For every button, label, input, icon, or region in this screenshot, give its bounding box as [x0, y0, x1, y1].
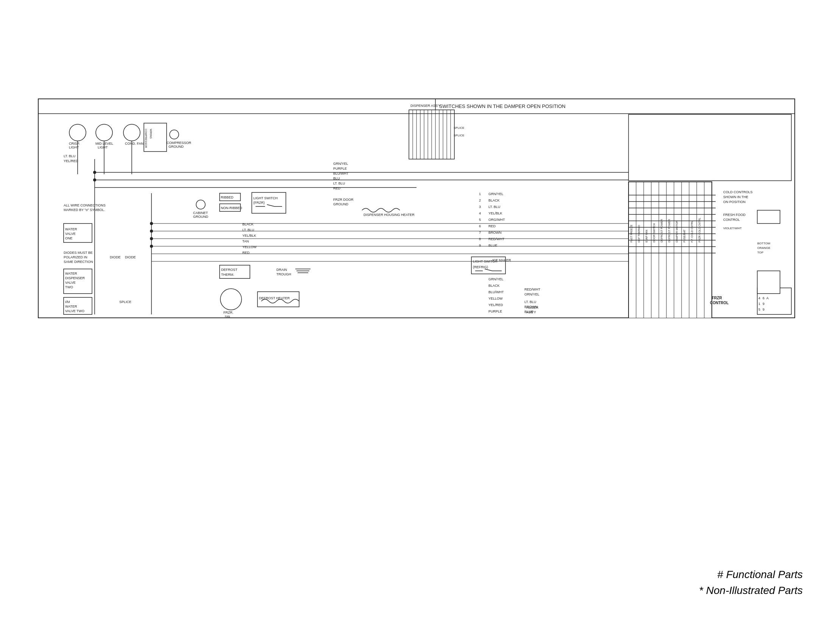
svg-text:BLACK: BLACK [489, 198, 500, 202]
svg-point-17 [96, 124, 113, 141]
svg-text:ON POSITION: ON POSITION [723, 200, 746, 204]
svg-text:THERM.: THERM. [221, 273, 234, 277]
svg-rect-192 [757, 271, 780, 294]
svg-point-204 [150, 222, 153, 225]
svg-text:TOP: TOP [757, 251, 763, 254]
svg-text:DISPENSER ASS'Y: DISPENSER ASS'Y [410, 104, 441, 108]
svg-text:TAN: TAN [242, 240, 249, 243]
svg-text:4: 4 [758, 296, 760, 300]
svg-text:COND. FAN: COND. FAN [125, 142, 143, 145]
svg-text:ASS'Y: ASS'Y [526, 310, 536, 314]
svg-point-76 [220, 289, 241, 310]
svg-point-14 [69, 124, 86, 141]
svg-text:ORG/WHT: ORG/WHT [489, 218, 505, 222]
svg-text:DAMPER MOTOR: DAMPER MOTOR [675, 221, 678, 242]
svg-text:FRZR: FRZR [712, 296, 722, 300]
svg-text:YEL/BLK: YEL/BLK [242, 234, 256, 238]
svg-text:GRN/YEL: GRN/YEL [489, 277, 503, 281]
svg-text:A: A [766, 296, 769, 300]
svg-text:FRESH FOOD: FRESH FOOD [723, 213, 746, 217]
svg-text:YELLOW: YELLOW [489, 296, 503, 300]
svg-text:6: 6 [479, 224, 481, 228]
svg-text:GRN/YEL: GRN/YEL [333, 162, 348, 166]
svg-text:GROUND: GROUND [333, 202, 348, 206]
svg-text:FAN: FAN [225, 315, 230, 318]
svg-text:6: 6 [762, 296, 764, 300]
svg-point-30 [170, 130, 179, 139]
svg-text:YELLOW: YELLOW [242, 245, 257, 249]
svg-text:BLU/WHT: BLU/WHT [489, 290, 504, 294]
svg-text:WATER: WATER [65, 272, 77, 275]
svg-text:3: 3 [479, 205, 481, 209]
svg-text:WATER: WATER [65, 304, 77, 308]
svg-text:ONE: ONE [65, 237, 73, 240]
svg-text:EVAP FAN: EVAP FAN [645, 230, 648, 242]
svg-text:RIBBED: RIBBED [221, 195, 234, 199]
svg-text:5: 5 [479, 218, 481, 222]
svg-text:DEFROST: DEFROST [221, 268, 238, 272]
svg-text:LIGHT SWITCH: LIGHT SWITCH [253, 196, 278, 200]
svg-text:LT. BLU: LT. BLU [524, 300, 536, 304]
svg-text:DIODES MUST BE: DIODES MUST BE [64, 251, 93, 254]
svg-text:9: 9 [762, 308, 764, 311]
svg-rect-221 [629, 114, 791, 181]
svg-text:SPLICE: SPLICE [453, 126, 464, 130]
svg-point-20 [124, 124, 140, 141]
svg-text:SWITCHES SHOWN IN THE DAMPER O: SWITCHES SHOWN IN THE DAMPER OPEN POSITI… [439, 103, 565, 109]
svg-text:POLARIZED IN: POLARIZED IN [64, 255, 87, 259]
svg-text:LT. BLU: LT. BLU [64, 154, 76, 158]
svg-text:MARKED BY "o" SYMBOL.: MARKED BY "o" SYMBOL. [64, 208, 105, 212]
svg-point-33 [196, 200, 205, 209]
svg-point-207 [150, 245, 153, 248]
svg-text:VIOLET/WHT: VIOLET/WHT [723, 227, 742, 230]
svg-text:VALVE: VALVE [65, 281, 76, 285]
svg-text:YEL/BLK: YEL/BLK [489, 211, 502, 215]
svg-text:CONTROL: CONTROL [710, 301, 728, 305]
svg-text:PURPLE: PURPLE [489, 309, 502, 313]
svg-text:DISPENSER: DISPENSER [65, 276, 85, 280]
svg-text:SPLICE: SPLICE [119, 300, 131, 304]
svg-text:NON-RIBBED: NON-RIBBED [221, 206, 242, 210]
svg-text:BLUE: BLUE [489, 243, 497, 247]
svg-text:ORN/YEL: ORN/YEL [524, 293, 540, 296]
svg-text:FRZR DOOR: FRZR DOOR [333, 198, 354, 201]
svg-point-209 [93, 179, 96, 182]
svg-text:COLD CONTROLS: COLD CONTROLS [723, 190, 753, 194]
svg-text:DEFROST POWER: DEFROST POWER [668, 219, 671, 242]
svg-text:BLACK: BLACK [242, 222, 254, 226]
svg-text:SPLICE: SPLICE [453, 134, 464, 137]
svg-text:(FRZR): (FRZR) [253, 201, 265, 204]
svg-text:VALVE TWO: VALVE TWO [65, 309, 84, 313]
svg-text:COMPRESSOR: COMPRESSOR [145, 129, 147, 148]
svg-point-206 [150, 237, 153, 240]
svg-text:FRZR COLD CNTRL: FRZR COLD CNTRL [698, 218, 701, 242]
svg-point-208 [93, 171, 96, 174]
svg-text:I/M: I/M [65, 300, 70, 304]
svg-text:F.F. COLD CNTRL: F.F. COLD CNTRL [691, 221, 693, 242]
svg-text:WIRING: WIRING [150, 129, 152, 138]
svg-text:YEL/RED: YEL/RED [489, 303, 503, 307]
svg-text:AUGER: AUGER [526, 306, 539, 309]
svg-text:4: 4 [479, 211, 481, 215]
svg-text:DEFROST POWER: DEFROST POWER [660, 219, 663, 242]
svg-text:LIGHT: LIGHT [98, 145, 108, 149]
svg-text:RED/WHT: RED/WHT [524, 288, 540, 291]
svg-text:DIODE: DIODE [110, 255, 121, 259]
svg-text:DRAIN: DRAIN [277, 268, 287, 272]
svg-text:TROUGH: TROUGH [277, 272, 291, 276]
svg-text:CABINET: CABINET [193, 211, 208, 215]
svg-text:9: 9 [762, 302, 764, 306]
svg-text:ALL WIRE CONNECTIONS: ALL WIRE CONNECTIONS [64, 203, 106, 207]
svg-text:8: 8 [479, 237, 481, 241]
svg-text:RED: RED [489, 224, 496, 228]
svg-text:LT. BLU: LT. BLU [489, 205, 500, 209]
svg-text:(REFRIG): (REFRIG) [473, 265, 488, 269]
page-container: SWITCHES SHOWN IN THE DAMPER OPEN POSITI… [0, 0, 833, 644]
non-illustrated-label: * Non-Illustrated Parts [699, 583, 803, 599]
svg-text:ORANGE: ORANGE [757, 246, 770, 250]
svg-text:DIODE: DIODE [125, 255, 136, 259]
svg-text:RED/WHT: RED/WHT [489, 237, 504, 241]
svg-point-205 [150, 230, 153, 233]
svg-text:CONTROL: CONTROL [723, 218, 740, 222]
svg-text:PURPLE: PURPLE [333, 167, 347, 171]
